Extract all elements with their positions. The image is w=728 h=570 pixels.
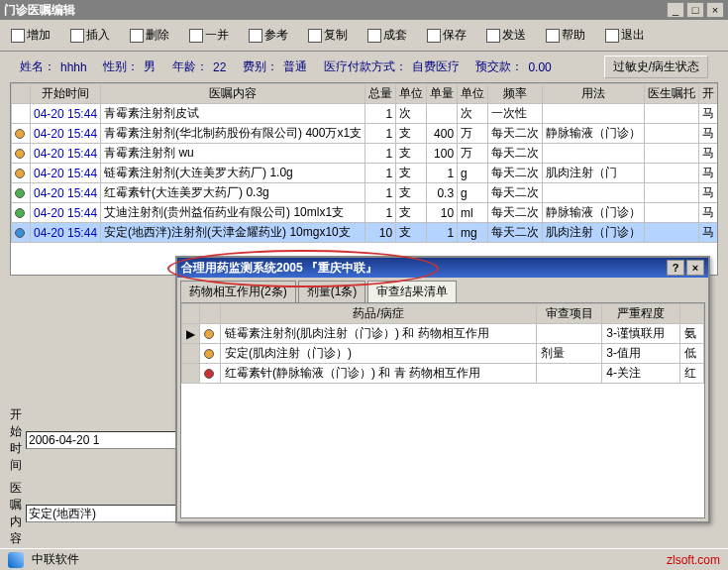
help-icon <box>546 29 560 43</box>
table-row[interactable]: 04-20 15:44青霉素注射剂皮试1次次一次性马 <box>12 104 718 124</box>
table-row[interactable]: 04-20 15:44红霉素针(大连美罗大药厂) 0.3g1支0.3g每天二次马 <box>12 183 718 203</box>
popup-tabs: 药物相互作用(2条) 剂量(1条) 审查结果清单 <box>177 278 708 302</box>
ref-button[interactable]: 参考 <box>244 24 293 47</box>
status-dot-icon <box>15 188 25 198</box>
delete-icon <box>130 29 144 43</box>
minimize-button[interactable]: _ <box>667 2 684 18</box>
table-row[interactable]: 红霉素针(静脉输液（门诊）) 和 青 药物相互作用4-关注红 <box>182 364 704 384</box>
table-row[interactable]: ▶链霉素注射剂(肌肉注射（门诊）) 和 药物相互作用3-谨慎联用氨 <box>182 324 704 344</box>
main-toolbar: 增加 插入 删除 一并 参考 复制 成套 保存 发送 帮助 退出 <box>0 20 728 52</box>
patient-info-bar: 姓名：hhhh 性别：男 年龄：22 费别：普通 医疗付款方式：自费医疗 预交款… <box>0 52 728 82</box>
start-time-field[interactable] <box>26 431 180 449</box>
logo-icon <box>8 552 24 568</box>
popup-results-grid[interactable]: 药品/病症 审查项目 严重程度 ▶链霉素注射剂(肌肉注射（门诊）) 和 药物相互… <box>180 302 705 518</box>
close-button[interactable]: × <box>706 2 724 18</box>
popup-close-button[interactable]: × <box>686 260 704 276</box>
status-dot-icon <box>15 169 25 178</box>
table-row[interactable]: 04-20 15:44链霉素注射剂(大连美罗大药厂) 1.0g1支1g每天二次肌… <box>12 164 718 183</box>
status-dot-icon <box>15 228 25 238</box>
ref-icon <box>249 29 262 43</box>
send-icon <box>486 29 500 43</box>
insert-icon <box>70 29 84 43</box>
batch-button[interactable]: 一并 <box>184 24 234 47</box>
content-field[interactable] <box>26 505 180 522</box>
insert-button[interactable]: 插入 <box>65 24 115 47</box>
exit-icon <box>605 29 619 43</box>
tab-dose[interactable]: 剂量(1条) <box>298 281 366 302</box>
copy-button[interactable]: 复制 <box>303 24 353 47</box>
delete-button[interactable]: 删除 <box>125 24 174 47</box>
table-row[interactable]: 04-20 15:44青霉素注射剂(华北制药股份有限公司) 400万x1支1支4… <box>12 124 718 144</box>
drug-audit-popup: 合理用药监测系统2005 『重庆中联』 ? × 药物相互作用(2条) 剂量(1条… <box>175 256 710 523</box>
copy-icon <box>308 29 322 43</box>
popup-help-button[interactable]: ? <box>667 260 684 276</box>
vendor-label: 中联软件 <box>32 551 79 568</box>
status-dot-icon <box>15 129 25 139</box>
add-icon <box>11 29 25 43</box>
popup-title-bar: 合理用药监测系统2005 『重庆中联』 ? × <box>177 258 708 278</box>
main-title-text: 门诊医嘱编辑 <box>4 2 75 19</box>
tab-results[interactable]: 审查结果清单 <box>367 281 457 302</box>
status-dot-icon <box>204 329 214 339</box>
table-row[interactable]: 安定(肌肉注射（门诊）)剂量3-值用低 <box>182 344 704 364</box>
batch-icon <box>189 29 203 43</box>
save-icon <box>427 29 441 43</box>
detail-form: 开始时间 医嘱内容 给药途径 总量 <box>10 406 158 570</box>
exit-button[interactable]: 退出 <box>600 24 650 47</box>
save-button[interactable]: 保存 <box>422 24 471 47</box>
history-button[interactable]: 过敏史/病生状态 <box>604 56 708 78</box>
status-dot-icon <box>15 149 25 159</box>
table-row[interactable]: 04-20 15:44青霉素注射剂 wu1支100万每天二次马 <box>12 144 718 164</box>
set-icon <box>367 29 381 43</box>
maximize-button[interactable]: □ <box>686 2 704 18</box>
set-button[interactable]: 成套 <box>363 24 412 47</box>
add-button[interactable]: 增加 <box>6 24 55 47</box>
status-dot-icon <box>204 369 214 379</box>
status-bar: 中联软件 zlsoft.com <box>0 548 728 570</box>
send-button[interactable]: 发送 <box>481 24 531 47</box>
orders-grid[interactable]: 开始时间 医嘱内容 总量 单位 单量 单位 频率 用法 医生嘱托 开 04-20… <box>10 82 718 276</box>
table-row[interactable]: 04-20 15:44艾迪注射剂(贵州益佰药业有限公司) 10mlx1支1支10… <box>12 203 718 223</box>
status-dot-icon <box>15 208 25 218</box>
help-button[interactable]: 帮助 <box>541 24 590 47</box>
popup-title-text: 合理用药监测系统2005 『重庆中联』 <box>181 260 377 277</box>
brand-link[interactable]: zlsoft.com <box>667 553 720 567</box>
table-row[interactable]: 04-20 15:44安定(地西泮)注射剂(天津金耀药业) 10mgx10支10… <box>12 223 718 243</box>
tab-interaction[interactable]: 药物相互作用(2条) <box>180 281 296 302</box>
status-dot-icon <box>204 349 214 359</box>
main-title-bar: 门诊医嘱编辑 _ □ × <box>0 0 728 20</box>
